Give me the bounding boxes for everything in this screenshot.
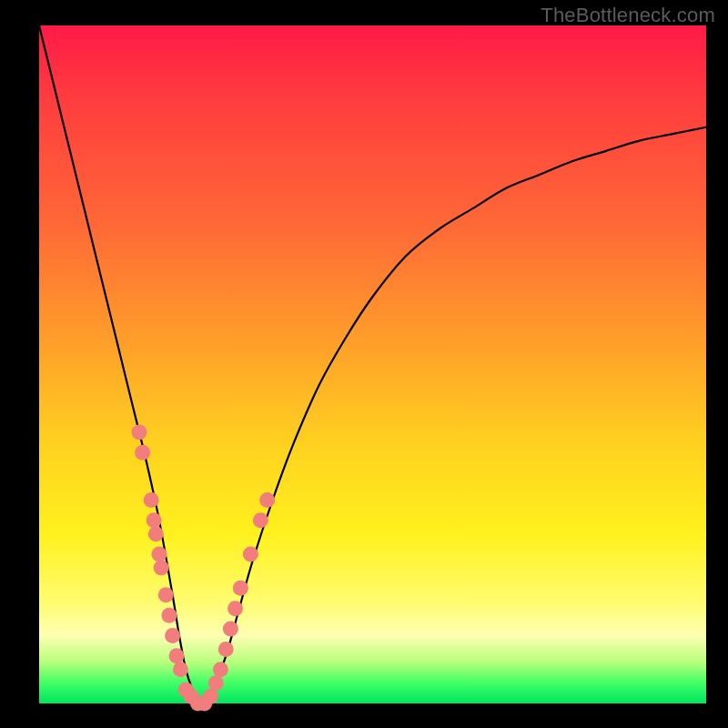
data-dot — [168, 648, 184, 663]
data-dot — [135, 445, 150, 460]
data-dot — [208, 675, 224, 691]
watermark-text: TheBottleneck.com — [541, 4, 715, 27]
data-dot — [165, 628, 180, 643]
chart-frame: TheBottleneck.com — [0, 0, 728, 728]
data-dot — [148, 526, 164, 541]
data-dot — [173, 662, 188, 677]
data-dot — [223, 622, 238, 637]
chart-svg — [39, 25, 706, 703]
data-dot — [213, 662, 228, 677]
data-dot — [151, 547, 167, 562]
plot-area — [39, 25, 706, 703]
data-dot — [218, 642, 234, 657]
data-dot — [147, 512, 162, 528]
data-dot — [203, 689, 218, 704]
bottleneck-curve — [39, 25, 706, 705]
data-dots — [131, 425, 275, 712]
data-dot — [253, 512, 268, 528]
data-dot — [228, 601, 243, 616]
data-dot — [158, 587, 174, 602]
data-dot — [131, 425, 147, 440]
data-dot — [144, 492, 159, 508]
data-dot — [259, 492, 275, 508]
data-dot — [233, 581, 248, 596]
data-dot — [243, 547, 258, 562]
data-dot — [161, 608, 177, 623]
data-dot — [154, 561, 169, 576]
